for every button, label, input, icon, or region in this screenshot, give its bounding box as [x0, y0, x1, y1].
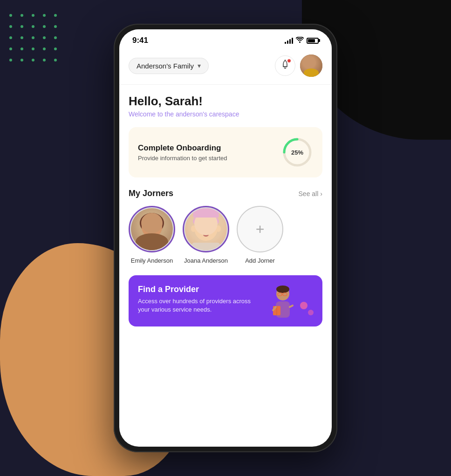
add-jorner-item[interactable]: + Add Jorner — [237, 206, 283, 264]
phone-screen: 9:41 — [119, 29, 332, 447]
onboarding-subtitle: Provide information to get started — [138, 155, 227, 162]
see-all-button[interactable]: See all › — [299, 190, 322, 197]
joana-name: Joana Anderson — [184, 257, 228, 264]
jorner-joana[interactable]: Joana Anderson — [183, 206, 229, 264]
header-actions — [275, 54, 322, 77]
svg-point-5 — [142, 216, 162, 238]
see-all-label: See all — [299, 190, 319, 197]
joana-avatar-ring — [183, 206, 229, 252]
svg-point-11 — [193, 215, 219, 228]
jorners-section-header: My Jorners See all › — [129, 189, 322, 198]
svg-point-15 — [202, 226, 203, 228]
status-bar: 9:41 — [119, 29, 332, 49]
svg-point-9 — [144, 238, 160, 245]
svg-rect-8 — [140, 241, 164, 250]
provider-card[interactable]: Find a Provider Access over hundreds of … — [129, 275, 322, 326]
svg-rect-21 — [192, 243, 220, 250]
emily-avatar-image — [131, 208, 173, 250]
onboarding-card[interactable]: Complete Onboarding Provide information … — [129, 127, 322, 177]
svg-point-19 — [191, 225, 196, 232]
progress-label: 25% — [291, 149, 303, 156]
emily-name: Emily Anderson — [131, 257, 173, 264]
emily-face — [131, 208, 173, 250]
background-dots — [9, 14, 61, 65]
jorners-title: My Jorners — [129, 189, 173, 198]
status-time: 9:41 — [132, 36, 148, 45]
jorners-list: Emily Anderson — [129, 206, 322, 264]
greeting-section: Hello, Sarah! Welcome to the anderson's … — [129, 94, 322, 118]
emily-avatar-ring — [129, 206, 175, 252]
svg-point-6 — [147, 224, 150, 227]
svg-point-20 — [216, 225, 221, 232]
status-icons — [285, 37, 319, 44]
plus-icon: + — [256, 222, 265, 237]
svg-point-13 — [200, 226, 204, 230]
user-avatar[interactable] — [300, 54, 322, 77]
notification-button[interactable] — [275, 55, 295, 76]
main-content: Hello, Sarah! Welcome to the anderson's … — [119, 85, 332, 447]
battery-icon — [307, 38, 319, 44]
chevron-right-icon: › — [320, 190, 322, 197]
phone-frame: 9:41 — [114, 24, 337, 452]
jorner-emily[interactable]: Emily Anderson — [129, 206, 175, 264]
greeting-subtitle: Welcome to the anderson's carespace — [129, 110, 322, 118]
signal-icon — [285, 37, 293, 44]
svg-point-33 — [308, 310, 314, 315]
provider-illustration — [262, 285, 318, 326]
progress-circle: 25% — [281, 136, 313, 168]
wifi-icon — [296, 37, 304, 44]
family-selector[interactable]: Anderson's Family ▾ — [129, 58, 209, 74]
add-jorner-label: Add Jorner — [245, 257, 275, 264]
svg-point-14 — [208, 226, 212, 230]
family-name: Anderson's Family — [137, 62, 194, 70]
add-jorner-circle[interactable]: + — [237, 206, 283, 252]
svg-point-23 — [276, 286, 289, 293]
svg-point-32 — [300, 302, 308, 309]
avatar-image — [300, 54, 322, 77]
greeting-title: Hello, Sarah! — [129, 94, 322, 109]
svg-point-17 — [205, 231, 207, 232]
svg-point-7 — [154, 224, 157, 227]
onboarding-title: Complete Onboarding — [138, 143, 227, 153]
chevron-down-icon: ▾ — [198, 62, 201, 69]
provider-subtitle: Access over hundreds of providers across… — [138, 297, 252, 314]
joana-avatar-image — [185, 208, 227, 250]
app-header: Anderson's Family ▾ — [119, 49, 332, 85]
notification-dot — [287, 59, 291, 63]
onboarding-text: Complete Onboarding Provide information … — [138, 143, 227, 162]
svg-point-12 — [194, 217, 218, 241]
svg-point-16 — [210, 226, 212, 228]
joana-face — [185, 208, 227, 250]
svg-line-31 — [290, 306, 293, 307]
svg-point-18 — [203, 233, 209, 237]
